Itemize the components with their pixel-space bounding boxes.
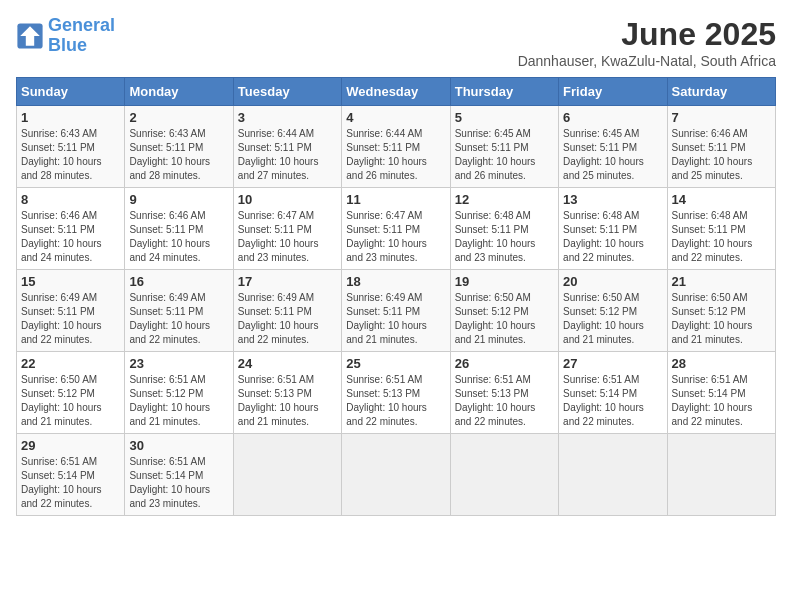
day-info: Sunrise: 6:46 AM Sunset: 5:11 PM Dayligh… <box>129 209 228 265</box>
day-info: Sunrise: 6:44 AM Sunset: 5:11 PM Dayligh… <box>346 127 445 183</box>
calendar-subtitle: Dannhauser, KwaZulu-Natal, South Africa <box>518 53 776 69</box>
day-number: 20 <box>563 274 662 289</box>
day-number: 25 <box>346 356 445 371</box>
day-number: 30 <box>129 438 228 453</box>
day-cell: 24Sunrise: 6:51 AM Sunset: 5:13 PM Dayli… <box>233 352 341 434</box>
day-cell: 20Sunrise: 6:50 AM Sunset: 5:12 PM Dayli… <box>559 270 667 352</box>
day-number: 9 <box>129 192 228 207</box>
day-info: Sunrise: 6:43 AM Sunset: 5:11 PM Dayligh… <box>129 127 228 183</box>
logo-icon <box>16 22 44 50</box>
title-area: June 2025 Dannhauser, KwaZulu-Natal, Sou… <box>518 16 776 69</box>
day-cell <box>559 434 667 516</box>
day-number: 14 <box>672 192 771 207</box>
day-cell: 6Sunrise: 6:45 AM Sunset: 5:11 PM Daylig… <box>559 106 667 188</box>
day-info: Sunrise: 6:46 AM Sunset: 5:11 PM Dayligh… <box>672 127 771 183</box>
day-number: 3 <box>238 110 337 125</box>
day-info: Sunrise: 6:48 AM Sunset: 5:11 PM Dayligh… <box>455 209 554 265</box>
header-saturday: Saturday <box>667 78 775 106</box>
day-number: 29 <box>21 438 120 453</box>
week-row-1: 1Sunrise: 6:43 AM Sunset: 5:11 PM Daylig… <box>17 106 776 188</box>
day-number: 28 <box>672 356 771 371</box>
day-info: Sunrise: 6:45 AM Sunset: 5:11 PM Dayligh… <box>563 127 662 183</box>
day-info: Sunrise: 6:51 AM Sunset: 5:12 PM Dayligh… <box>129 373 228 429</box>
day-cell: 10Sunrise: 6:47 AM Sunset: 5:11 PM Dayli… <box>233 188 341 270</box>
calendar-body: 1Sunrise: 6:43 AM Sunset: 5:11 PM Daylig… <box>17 106 776 516</box>
day-info: Sunrise: 6:51 AM Sunset: 5:14 PM Dayligh… <box>21 455 120 511</box>
day-cell <box>450 434 558 516</box>
day-number: 1 <box>21 110 120 125</box>
day-cell: 5Sunrise: 6:45 AM Sunset: 5:11 PM Daylig… <box>450 106 558 188</box>
day-number: 23 <box>129 356 228 371</box>
day-cell: 8Sunrise: 6:46 AM Sunset: 5:11 PM Daylig… <box>17 188 125 270</box>
day-cell: 17Sunrise: 6:49 AM Sunset: 5:11 PM Dayli… <box>233 270 341 352</box>
day-number: 22 <box>21 356 120 371</box>
day-info: Sunrise: 6:51 AM Sunset: 5:14 PM Dayligh… <box>129 455 228 511</box>
day-number: 10 <box>238 192 337 207</box>
day-info: Sunrise: 6:46 AM Sunset: 5:11 PM Dayligh… <box>21 209 120 265</box>
day-info: Sunrise: 6:51 AM Sunset: 5:14 PM Dayligh… <box>672 373 771 429</box>
calendar-table: Sunday Monday Tuesday Wednesday Thursday… <box>16 77 776 516</box>
week-row-3: 15Sunrise: 6:49 AM Sunset: 5:11 PM Dayli… <box>17 270 776 352</box>
day-info: Sunrise: 6:45 AM Sunset: 5:11 PM Dayligh… <box>455 127 554 183</box>
day-info: Sunrise: 6:48 AM Sunset: 5:11 PM Dayligh… <box>672 209 771 265</box>
day-cell: 19Sunrise: 6:50 AM Sunset: 5:12 PM Dayli… <box>450 270 558 352</box>
day-number: 2 <box>129 110 228 125</box>
day-info: Sunrise: 6:43 AM Sunset: 5:11 PM Dayligh… <box>21 127 120 183</box>
day-number: 21 <box>672 274 771 289</box>
week-row-5: 29Sunrise: 6:51 AM Sunset: 5:14 PM Dayli… <box>17 434 776 516</box>
day-number: 11 <box>346 192 445 207</box>
day-number: 15 <box>21 274 120 289</box>
day-cell: 15Sunrise: 6:49 AM Sunset: 5:11 PM Dayli… <box>17 270 125 352</box>
day-number: 4 <box>346 110 445 125</box>
day-info: Sunrise: 6:51 AM Sunset: 5:13 PM Dayligh… <box>455 373 554 429</box>
day-cell <box>233 434 341 516</box>
day-cell: 22Sunrise: 6:50 AM Sunset: 5:12 PM Dayli… <box>17 352 125 434</box>
day-number: 24 <box>238 356 337 371</box>
logo-line1: General <box>48 15 115 35</box>
week-row-2: 8Sunrise: 6:46 AM Sunset: 5:11 PM Daylig… <box>17 188 776 270</box>
day-cell: 1Sunrise: 6:43 AM Sunset: 5:11 PM Daylig… <box>17 106 125 188</box>
day-cell: 14Sunrise: 6:48 AM Sunset: 5:11 PM Dayli… <box>667 188 775 270</box>
week-row-4: 22Sunrise: 6:50 AM Sunset: 5:12 PM Dayli… <box>17 352 776 434</box>
day-info: Sunrise: 6:50 AM Sunset: 5:12 PM Dayligh… <box>672 291 771 347</box>
day-info: Sunrise: 6:51 AM Sunset: 5:13 PM Dayligh… <box>238 373 337 429</box>
day-cell: 11Sunrise: 6:47 AM Sunset: 5:11 PM Dayli… <box>342 188 450 270</box>
day-number: 19 <box>455 274 554 289</box>
day-info: Sunrise: 6:44 AM Sunset: 5:11 PM Dayligh… <box>238 127 337 183</box>
day-cell: 4Sunrise: 6:44 AM Sunset: 5:11 PM Daylig… <box>342 106 450 188</box>
day-cell <box>667 434 775 516</box>
header-sunday: Sunday <box>17 78 125 106</box>
day-cell: 12Sunrise: 6:48 AM Sunset: 5:11 PM Dayli… <box>450 188 558 270</box>
day-number: 7 <box>672 110 771 125</box>
day-number: 16 <box>129 274 228 289</box>
day-info: Sunrise: 6:49 AM Sunset: 5:11 PM Dayligh… <box>346 291 445 347</box>
logo-text: General Blue <box>48 16 115 56</box>
day-info: Sunrise: 6:51 AM Sunset: 5:13 PM Dayligh… <box>346 373 445 429</box>
day-info: Sunrise: 6:51 AM Sunset: 5:14 PM Dayligh… <box>563 373 662 429</box>
day-cell: 21Sunrise: 6:50 AM Sunset: 5:12 PM Dayli… <box>667 270 775 352</box>
calendar-header: Sunday Monday Tuesday Wednesday Thursday… <box>17 78 776 106</box>
day-cell: 9Sunrise: 6:46 AM Sunset: 5:11 PM Daylig… <box>125 188 233 270</box>
day-number: 27 <box>563 356 662 371</box>
day-number: 17 <box>238 274 337 289</box>
day-info: Sunrise: 6:50 AM Sunset: 5:12 PM Dayligh… <box>21 373 120 429</box>
day-info: Sunrise: 6:50 AM Sunset: 5:12 PM Dayligh… <box>563 291 662 347</box>
day-info: Sunrise: 6:50 AM Sunset: 5:12 PM Dayligh… <box>455 291 554 347</box>
header-thursday: Thursday <box>450 78 558 106</box>
day-info: Sunrise: 6:49 AM Sunset: 5:11 PM Dayligh… <box>238 291 337 347</box>
day-number: 6 <box>563 110 662 125</box>
logo: General Blue <box>16 16 115 56</box>
logo-line2: Blue <box>48 35 87 55</box>
day-info: Sunrise: 6:47 AM Sunset: 5:11 PM Dayligh… <box>346 209 445 265</box>
header-wednesday: Wednesday <box>342 78 450 106</box>
day-cell: 27Sunrise: 6:51 AM Sunset: 5:14 PM Dayli… <box>559 352 667 434</box>
day-cell: 30Sunrise: 6:51 AM Sunset: 5:14 PM Dayli… <box>125 434 233 516</box>
day-cell: 2Sunrise: 6:43 AM Sunset: 5:11 PM Daylig… <box>125 106 233 188</box>
header-friday: Friday <box>559 78 667 106</box>
day-cell: 13Sunrise: 6:48 AM Sunset: 5:11 PM Dayli… <box>559 188 667 270</box>
day-number: 26 <box>455 356 554 371</box>
day-info: Sunrise: 6:49 AM Sunset: 5:11 PM Dayligh… <box>21 291 120 347</box>
day-cell: 28Sunrise: 6:51 AM Sunset: 5:14 PM Dayli… <box>667 352 775 434</box>
day-cell: 16Sunrise: 6:49 AM Sunset: 5:11 PM Dayli… <box>125 270 233 352</box>
header-row: Sunday Monday Tuesday Wednesday Thursday… <box>17 78 776 106</box>
